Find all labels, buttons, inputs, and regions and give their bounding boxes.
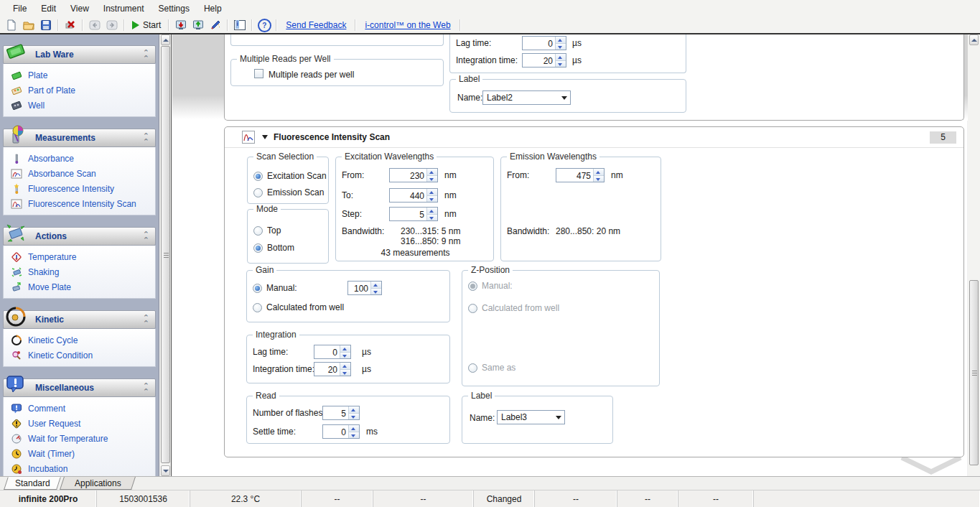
collapse-chevron-icon[interactable] — [143, 50, 149, 61]
excitation-step-spinner[interactable]: 5 — [389, 207, 438, 221]
tab-standard[interactable]: Standard — [4, 477, 61, 490]
section-header-miscellaneous[interactable]: Miscellaneous — [3, 378, 156, 397]
sidebar-item-comment[interactable]: Comment — [4, 401, 155, 416]
download-to-instrument-button[interactable] — [174, 19, 188, 32]
spinner-buttons-icon[interactable] — [340, 345, 350, 358]
menu-settings[interactable]: Settings — [151, 1, 197, 16]
scrollbar-thumb[interactable] — [969, 280, 979, 465]
spinner-buttons-icon[interactable] — [426, 189, 437, 202]
element-header[interactable]: Fluorescence Intensity Scan 5 — [225, 127, 963, 148]
gain-manual-spinner[interactable]: 100 — [347, 281, 382, 295]
collapse-chevron-icon[interactable] — [143, 383, 149, 394]
radio-icon — [253, 303, 262, 312]
status-serial-number: 1503001536 (1503001536) — [97, 490, 190, 507]
sidebar-item-incubation[interactable]: Incubation — [4, 461, 155, 476]
collapse-element-arrow-icon[interactable] — [262, 135, 268, 139]
upload-from-instrument-button[interactable] — [191, 19, 205, 32]
forward-button[interactable] — [105, 19, 119, 32]
multiple-reads-checkbox[interactable] — [254, 69, 263, 78]
i-control-web-link[interactable]: i-control™ on the Web — [365, 20, 450, 30]
settle-time-spinner[interactable]: 0 — [322, 424, 360, 439]
menu-view[interactable]: View — [63, 1, 96, 16]
spinner-buttons-icon[interactable] — [426, 169, 437, 182]
number-of-flashes-spinner[interactable]: 5 — [322, 406, 360, 420]
arrow-up-icon — [971, 39, 977, 42]
spinner-buttons-icon[interactable] — [348, 425, 359, 438]
scroll-up-button[interactable] — [969, 34, 979, 45]
sidebar-item-wait-timer[interactable]: Wait (Timer) — [4, 446, 155, 461]
sidebar-item-part-of-plate[interactable]: Part of Plate — [4, 83, 155, 98]
sidebar-item-absorbance-scan[interactable]: Absorbance Scan — [4, 166, 155, 181]
send-feedback-link[interactable]: Send Feedback — [286, 20, 346, 30]
back-button[interactable] — [88, 19, 102, 32]
section-title: Kinetic — [35, 315, 64, 325]
section-header-measurements[interactable]: Measurements — [3, 129, 156, 147]
excitation-from-spinner[interactable]: 230 — [389, 168, 438, 182]
sidebar-scrollbar[interactable] — [160, 34, 172, 476]
start-button[interactable]: Start — [128, 20, 165, 30]
collapse-chevron-icon[interactable] — [143, 231, 149, 243]
delete-button[interactable] — [63, 19, 78, 32]
sidebar-item-user-request[interactable]: User Request — [4, 416, 155, 431]
scrollbar-thumb[interactable] — [161, 46, 170, 463]
temperature-icon — [11, 251, 22, 263]
excitation-to-spinner[interactable]: 440 — [389, 188, 438, 203]
emission-from-spinner[interactable]: 475 — [556, 168, 605, 182]
sidebar-item-kinetic-condition[interactable]: Kinetic Condition — [4, 348, 155, 363]
menu-edit[interactable]: Edit — [34, 1, 63, 16]
open-file-button[interactable] — [22, 19, 36, 32]
mode-top-radio[interactable]: Top — [253, 225, 281, 236]
instrument-info-panel-button[interactable] — [233, 19, 247, 32]
sidebar-item-wait-for-temperature[interactable]: Wait for Temperature — [4, 431, 155, 446]
emission-scan-radio[interactable]: Emission Scan — [253, 187, 324, 197]
tab-applications[interactable]: Applications — [60, 477, 136, 490]
dropdown-arrow-icon — [559, 96, 570, 100]
section-header-actions[interactable]: Actions — [3, 227, 156, 246]
fis-integration-time-spinner[interactable]: 20 — [314, 362, 351, 376]
main-scrollbar[interactable] — [968, 34, 980, 490]
menu-instrument[interactable]: Instrument — [96, 1, 151, 16]
spinner-buttons-icon[interactable] — [593, 169, 604, 182]
spinner-buttons-icon[interactable] — [340, 363, 350, 376]
collapse-chevron-icon[interactable] — [143, 133, 149, 144]
new-document-button[interactable] — [4, 19, 19, 32]
help-button[interactable] — [257, 19, 271, 32]
lag-time-spinner[interactable]: 0 — [522, 36, 566, 50]
gain-manual-radio[interactable]: Manual: — [253, 283, 297, 293]
gain-calculated-radio[interactable]: Calculated from well — [253, 302, 344, 312]
spinner-buttons-icon[interactable] — [426, 208, 437, 220]
sidebar-item-absorbance[interactable]: Absorbance — [4, 151, 155, 166]
collapse-chevron-icon[interactable] — [143, 315, 149, 326]
spinner-buttons-icon[interactable] — [555, 37, 566, 50]
sidebar-item-move-plate[interactable]: Move Plate — [4, 279, 155, 294]
integration-time-spinner[interactable]: 20 — [522, 53, 566, 68]
scroll-down-button[interactable] — [161, 465, 170, 476]
sidebar-item-shaking[interactable]: Shaking — [4, 264, 155, 279]
sidebar-item-plate[interactable]: Plate — [4, 68, 155, 83]
help-icon — [258, 19, 271, 32]
excitation-scan-radio[interactable]: Excitation Scan — [253, 171, 327, 181]
spinner-buttons-icon[interactable] — [348, 406, 359, 419]
wizard-pen-button[interactable] — [208, 19, 223, 32]
element-number-badge: 5 — [930, 131, 956, 144]
sidebar-item-kinetic-cycle[interactable]: Kinetic Cycle — [4, 332, 155, 348]
mode-bottom-radio[interactable]: Bottom — [253, 243, 294, 253]
spinner-buttons-icon[interactable] — [370, 282, 381, 294]
fluorescence-intensity-scan-element[interactable]: Fluorescence Intensity Scan 5 Scan Selec… — [224, 126, 964, 457]
menu-help[interactable]: Help — [197, 1, 229, 16]
section-header-lab-ware[interactable]: Lab Ware — [3, 45, 156, 64]
sidebar-item-fluorescence-intensity-scan[interactable]: Fluorescence Intensity Scan — [4, 196, 155, 211]
label-name-select[interactable]: Label2 — [482, 90, 571, 105]
fis-lag-time-spinner[interactable]: 0 — [314, 345, 351, 359]
save-file-button[interactable] — [39, 19, 53, 32]
menu-file[interactable]: File — [6, 1, 34, 16]
scroll-up-button[interactable] — [161, 34, 170, 45]
spinner-buttons-icon[interactable] — [555, 54, 566, 67]
sidebar-item-fluorescence-intensity[interactable]: Fluorescence Intensity — [4, 181, 155, 196]
sidebar-item-well[interactable]: Well — [4, 98, 155, 113]
fluorescence-intensity-element[interactable]: Multiple Reads per Well Multiple reads p… — [224, 34, 964, 121]
wait-timer-icon — [11, 448, 22, 460]
sidebar-item-temperature[interactable]: Temperature — [4, 249, 155, 264]
section-header-kinetic[interactable]: Kinetic — [3, 310, 156, 329]
fis-label-name-select[interactable]: Label3 — [497, 410, 565, 424]
